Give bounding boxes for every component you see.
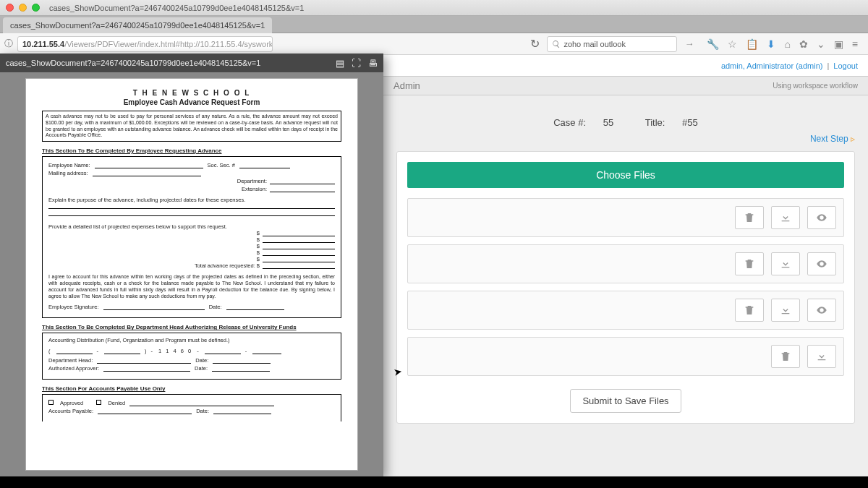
download-icon: [780, 304, 791, 316]
download-file-button[interactable]: [771, 252, 800, 275]
file-row: [407, 291, 844, 330]
download-file-button[interactable]: [771, 206, 800, 229]
app-content: Case #: 55 Title: #55 Next Step ▹ Choose…: [383, 95, 868, 488]
delete-file-button[interactable]: [735, 206, 764, 229]
file-row: [407, 337, 844, 376]
choose-files-button[interactable]: Choose Files: [407, 162, 844, 188]
download-file-button[interactable]: [807, 345, 836, 368]
browser-tab[interactable]: cases_ShowDocument?a=2467400245a10799d0e…: [3, 17, 272, 33]
search-value: zoho mail outlook: [563, 40, 626, 48]
pdf-section2-box: Accounting Distribution (Fund, Organizat…: [42, 333, 341, 380]
url-input[interactable]: 10.211.55.4 /Viewers/PDFViewer/index.htm…: [17, 36, 273, 52]
view-file-button[interactable]: [807, 252, 836, 275]
workspace-note: Using workspace workflow: [773, 82, 858, 90]
date-label: Date:: [209, 304, 222, 310]
shield-icon[interactable]: ▣: [834, 38, 843, 50]
browser-toolbar: ⓘ 10.211.55.4 /Viewers/PDFViewer/index.h…: [0, 33, 868, 55]
view-file-button[interactable]: [807, 206, 836, 229]
pdf-viewer-window: cases_ShowDocument?a=2467400245a10799d0e…: [0, 53, 383, 476]
trash-icon: [744, 304, 755, 316]
total-requested-label: Total advance requested: $: [195, 262, 260, 269]
app-subheader: Admin Using workspace workflow: [383, 77, 868, 95]
submit-button[interactable]: Submit to Save Files: [570, 389, 681, 413]
pdf-section1-box: Employee Name: Soc. Sec. # Mailing addre…: [42, 156, 341, 318]
extension-icon[interactable]: ✿: [799, 38, 808, 50]
minimize-window-button[interactable]: [19, 4, 27, 12]
pdf-print-icon[interactable]: 🖶: [368, 58, 378, 69]
denied-checkbox: [96, 400, 101, 405]
pdf-page: T H E N E W S C H O O L Employee Cash Ad…: [25, 78, 358, 471]
delete-file-button[interactable]: [735, 299, 764, 322]
logout-link[interactable]: Logout: [833, 61, 858, 70]
delete-file-button[interactable]: [735, 252, 764, 275]
pdf-toolbar-title: cases_ShowDocument?a=2467400245a10799d0e…: [6, 59, 260, 67]
close-window-button[interactable]: [6, 4, 14, 12]
date-label-4: Date:: [196, 408, 209, 414]
account-code: 1 1 4 6 0: [158, 348, 192, 354]
tab-label: cases_ShowDocument?a=2467400245a10799d0e…: [10, 21, 265, 30]
search-go-button[interactable]: →: [681, 38, 697, 49]
mailing-label: Mailing address:: [48, 170, 88, 176]
next-step-label: Next Step: [810, 134, 848, 144]
mouse-cursor-icon: ➤: [393, 365, 404, 378]
auth-approver-label: Authorized Approver:: [48, 365, 99, 372]
explain-label: Explain the purpose of the advance, incl…: [48, 197, 335, 203]
download-icon[interactable]: ⬇: [767, 38, 775, 50]
next-step-link[interactable]: Next Step ▹: [396, 134, 855, 151]
extension-label: Extension:: [242, 186, 267, 192]
eye-icon: [816, 212, 827, 223]
date-label-3: Date:: [195, 365, 208, 372]
accounts-payable-label: Accounts Payable:: [48, 408, 93, 414]
approved-label: Approved: [60, 400, 83, 406]
soc-sec-label: Soc. Sec. #: [208, 162, 235, 168]
pdf-form-title: Employee Cash Advance Request Form: [42, 98, 341, 106]
eye-icon: [816, 304, 827, 316]
approved-checkbox: [48, 400, 54, 405]
star-icon[interactable]: ☆: [728, 38, 737, 50]
delete-file-button[interactable]: [771, 345, 800, 368]
next-step-arrow-icon: ▹: [851, 134, 855, 144]
dept-head-label: Department Head:: [48, 357, 93, 364]
home-icon[interactable]: ⌂: [784, 38, 790, 50]
pocket-icon[interactable]: ⌄: [817, 38, 825, 50]
department-label: Department:: [237, 178, 267, 184]
pdf-fullscreen-icon[interactable]: ⛶: [352, 58, 361, 69]
case-info-bar: Case #: 55 Title: #55: [396, 104, 855, 134]
file-row: [407, 198, 844, 237]
letterbox-bar: [0, 476, 868, 488]
pdf-section1-title: This Section To Be Completed By Employee…: [42, 147, 341, 154]
app-panel: admin, Administrator (admin) | Logout Ad…: [383, 55, 868, 488]
url-host: 10.211.55.4: [22, 40, 64, 48]
user-link[interactable]: admin, Administrator (admin): [721, 61, 823, 70]
view-file-button[interactable]: [807, 299, 836, 322]
menu-icon[interactable]: ≡: [852, 38, 858, 50]
case-title-label: Title:: [645, 117, 665, 128]
app-header: admin, Administrator (admin) | Logout: [383, 55, 868, 77]
browser-tab-bar: cases_ShowDocument?a=2467400245a10799d0e…: [0, 16, 868, 33]
case-number: 55: [603, 117, 613, 128]
detailed-label: Provide a detailed list of projected exp…: [48, 223, 335, 230]
pdf-thumbnails-icon[interactable]: ▤: [336, 58, 344, 69]
download-icon: [780, 258, 791, 270]
case-number-label: Case #:: [553, 117, 586, 128]
search-icon: [552, 40, 561, 48]
reload-button[interactable]: ↻: [527, 36, 542, 52]
window-chrome: cases_ShowDocument?a=2467400245a10799d0e…: [0, 0, 868, 16]
pdf-section2-title: This Section To Be Completed By Departme…: [42, 324, 341, 330]
maximize-window-button[interactable]: [32, 4, 40, 12]
agreement-text: I agree to account for this advance with…: [48, 273, 335, 299]
case-title: #55: [682, 117, 698, 128]
pdf-scroll-area[interactable]: T H E N E W S C H O O L Employee Cash Ad…: [0, 72, 383, 476]
site-info-icon[interactable]: ⓘ: [4, 38, 13, 50]
file-upload-panel: Choose Files: [396, 151, 855, 424]
browser-search-input[interactable]: zoho mail outlook: [547, 36, 677, 52]
nav-label: Admin: [393, 80, 420, 91]
wrench-icon[interactable]: 🔧: [707, 38, 719, 50]
url-path: /Viewers/PDFViewer/index.html#http://10.…: [64, 40, 273, 48]
download-file-button[interactable]: [771, 299, 800, 322]
pdf-policy-text: A cash advance may not to be used to pay…: [42, 111, 341, 142]
accounting-label: Accounting Distribution (Fund, Organizat…: [48, 337, 335, 343]
pdf-toolbar: cases_ShowDocument?a=2467400245a10799d0e…: [0, 53, 383, 72]
file-row: [407, 244, 844, 283]
clipboard-icon[interactable]: 📋: [746, 38, 758, 50]
